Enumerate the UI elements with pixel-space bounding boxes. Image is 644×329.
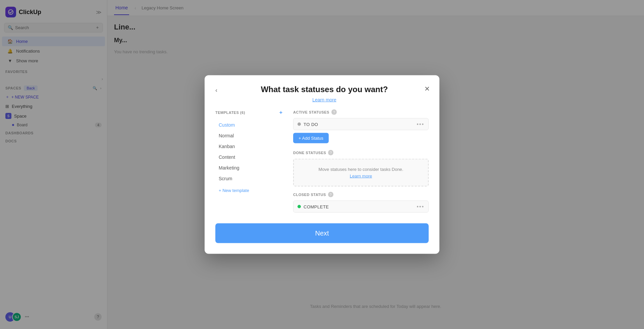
templates-add-icon[interactable]: +: [279, 110, 282, 116]
status-todo-menu-icon[interactable]: •••: [417, 121, 424, 127]
active-statuses-help-icon[interactable]: ?: [331, 110, 337, 115]
template-item-marketing[interactable]: Marketing: [215, 162, 282, 173]
done-statuses-header: DONE STATUSES ?: [293, 150, 429, 155]
template-scrum-label: Scrum: [219, 176, 232, 181]
done-statuses-help-icon[interactable]: ?: [328, 150, 333, 155]
done-statuses-placeholder-text: Move statuses here to consider tasks Don…: [301, 166, 421, 179]
modal-header: ‹ What task statuses do you want? Learn …: [205, 75, 439, 107]
new-template-button[interactable]: + New template: [215, 185, 282, 196]
next-button[interactable]: Next: [215, 223, 429, 243]
modal-footer: Next: [205, 223, 439, 254]
modal-back-button[interactable]: ‹: [215, 85, 220, 95]
template-item-normal[interactable]: Normal: [215, 130, 282, 141]
template-item-content[interactable]: Content: [215, 152, 282, 162]
status-dot-gray-icon: [298, 123, 301, 126]
template-item-kanban[interactable]: Kanban: [215, 141, 282, 152]
active-statuses-header: ACTIVE STATUSES ?: [293, 110, 429, 115]
template-content-label: Content: [219, 154, 235, 160]
template-item-custom[interactable]: Custom: [215, 120, 282, 130]
add-status-button[interactable]: + Add Status: [293, 133, 329, 143]
template-normal-label: Normal: [219, 133, 234, 138]
active-statuses-label: ACTIVE STATUSES: [293, 110, 329, 114]
closed-status-header: CLOSED STATUS ?: [293, 192, 429, 197]
done-learn-more-link[interactable]: Learn more: [350, 173, 372, 178]
status-complete-text: COMPLETE: [304, 204, 414, 209]
closed-status-label: CLOSED STATUS: [293, 193, 326, 197]
templates-label: TEMPLATES (6): [215, 111, 245, 115]
modal-learn-more-link[interactable]: Learn more: [312, 97, 336, 103]
templates-header: TEMPLATES (6) +: [215, 110, 282, 116]
status-todo-text: TO DO: [304, 122, 414, 127]
status-row-complete: COMPLETE •••: [293, 201, 429, 213]
modal-title: What task statuses do you want?: [220, 85, 429, 94]
task-statuses-modal: ‹ What task statuses do you want? Learn …: [205, 75, 439, 254]
status-row-todo: TO DO •••: [293, 118, 429, 130]
modal-title-area: What task statuses do you want? Learn mo…: [220, 85, 429, 103]
status-complete-menu-icon[interactable]: •••: [417, 204, 424, 210]
done-statuses-dropzone: Move statuses here to consider tasks Don…: [293, 159, 429, 187]
status-dot-green-icon: [298, 205, 301, 208]
template-item-scrum[interactable]: Scrum: [215, 173, 282, 184]
statuses-column: ACTIVE STATUSES ? TO DO ••• + Add Status…: [293, 110, 429, 215]
templates-column: TEMPLATES (6) + Custom Normal Kanban Con…: [215, 110, 282, 215]
template-custom-label: Custom: [219, 122, 235, 128]
template-marketing-label: Marketing: [219, 165, 239, 171]
done-statuses-label: DONE STATUSES: [293, 151, 326, 155]
template-kanban-label: Kanban: [219, 144, 235, 149]
closed-status-help-icon[interactable]: ?: [328, 192, 333, 197]
modal-close-button[interactable]: ✕: [423, 83, 431, 94]
modal-body: TEMPLATES (6) + Custom Normal Kanban Con…: [205, 107, 439, 223]
